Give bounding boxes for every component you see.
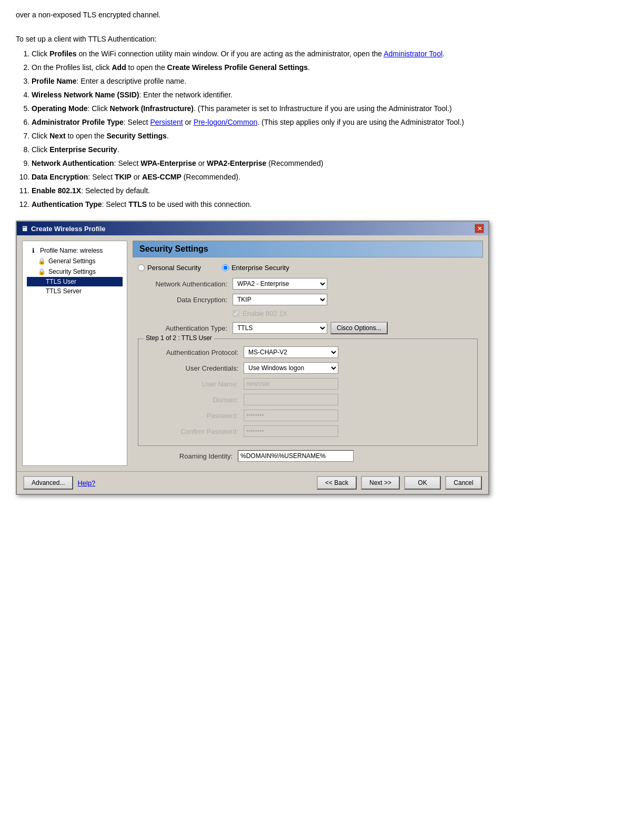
enable-8021x-label: Enable 802.1X — [243, 310, 287, 317]
user-credentials-control: Use Windows logon Prompt each time Use f… — [244, 362, 338, 374]
domain-control — [244, 394, 338, 405]
auth-type-select[interactable]: TTLS PEAP TLS LEAP — [233, 322, 327, 334]
step-5: Operating Mode: Click Network (Infrastru… — [32, 103, 628, 114]
network-auth-row: Network Authentication: WPA2 - Enterpris… — [133, 278, 483, 290]
right-panel: Security Settings Personal Security Ente… — [133, 241, 483, 466]
password-label: Password: — [149, 412, 244, 420]
personal-security-option[interactable]: Personal Security — [138, 264, 201, 272]
data-encryption-row: Data Encryption: TKIP AES-CCMP — [133, 294, 483, 305]
nav-ttls-user-label: TTLS User — [46, 278, 76, 285]
username-input[interactable] — [244, 378, 338, 390]
dialog-titlebar: 🖥 Create Wireless Profile ✕ — [17, 222, 488, 235]
step-group-content: Authentication Protocol: MS-CHAP-V2 CHAP… — [144, 346, 472, 437]
setup-title: To set up a client with TTLS Authenticat… — [16, 35, 628, 43]
domain-input[interactable] — [244, 394, 338, 405]
next-button[interactable]: Next >> — [361, 476, 400, 490]
roaming-identity-control — [238, 450, 354, 462]
nav-item-profile-name[interactable]: ℹ Profile Name: wireless — [27, 245, 123, 256]
nav-ttls-server-label: TTLS Server — [46, 287, 82, 295]
ok-button[interactable]: OK — [404, 476, 441, 490]
pre-logon-link[interactable]: Pre-logon/Common — [194, 118, 257, 126]
nav-item-ttls-user[interactable]: TTLS User — [27, 277, 123, 286]
cancel-button[interactable]: Cancel — [445, 476, 482, 490]
enterprise-security-label: Enterprise Security — [232, 264, 289, 272]
administrator-tool-link[interactable]: Administrator Tool — [384, 49, 442, 58]
roaming-identity-label: Roaming Identity: — [143, 452, 238, 460]
dialog-titlebar-left: 🖥 Create Wireless Profile — [21, 225, 106, 233]
advanced-button[interactable]: Advanced... — [23, 476, 73, 490]
profile-icon: ℹ — [29, 246, 37, 255]
nav-security-settings-label: Security Settings — [48, 268, 96, 275]
step-11: Enable 802.1X: Selected by default. — [32, 185, 628, 196]
lock-icon-general: 🔒 — [37, 257, 46, 265]
dialog-close-button[interactable]: ✕ — [475, 224, 484, 233]
network-auth-control: WPA2 - Enterprise WPA - Enterprise — [233, 278, 327, 290]
auth-type-row: Authentication Type: TTLS PEAP TLS LEAP … — [133, 322, 483, 334]
confirm-password-row: Confirm Password: — [144, 425, 472, 437]
help-link[interactable]: Help? — [77, 479, 95, 487]
password-row: Password: — [144, 410, 472, 421]
nav-profile-name-label: Profile Name: wireless — [40, 247, 103, 254]
password-input[interactable] — [244, 410, 338, 421]
roaming-identity-row: Roaming Identity: — [138, 450, 478, 462]
dialog-title-icon: 🖥 — [21, 225, 28, 233]
create-wireless-profile-dialog: 🖥 Create Wireless Profile ✕ ℹ Profile Na… — [16, 221, 489, 495]
steps-list: Click Profiles on the WiFi connection ut… — [32, 48, 628, 210]
security-type-row: Personal Security Enterprise Security — [133, 264, 483, 272]
nav-general-settings-label: General Settings — [48, 257, 95, 265]
auth-protocol-label: Authentication Protocol: — [149, 349, 244, 356]
username-label: User Name: — [149, 380, 244, 388]
step-7: Click Next to open the Security Settings… — [32, 131, 628, 142]
confirm-password-label: Confirm Password: — [149, 428, 244, 435]
left-nav-panel: ℹ Profile Name: wireless 🔒 General Setti… — [22, 241, 127, 466]
user-credentials-row: User Credentials: Use Windows logon Prom… — [144, 362, 472, 374]
confirm-password-control — [244, 425, 338, 437]
auth-protocol-row: Authentication Protocol: MS-CHAP-V2 CHAP… — [144, 346, 472, 358]
cisco-options-button[interactable]: Cisco Options... — [330, 322, 388, 334]
step-10: Data Encryption: Select TKIP or AES-CCMP… — [32, 172, 628, 183]
data-encryption-label: Data Encryption: — [138, 296, 233, 304]
enable-8021x-checkbox[interactable] — [233, 310, 239, 317]
dialog-title-text: Create Wireless Profile — [31, 225, 106, 233]
network-auth-select[interactable]: WPA2 - Enterprise WPA - Enterprise — [233, 278, 327, 290]
network-auth-label: Network Authentication: — [138, 280, 233, 288]
auth-protocol-control: MS-CHAP-V2 CHAP PAP MD5 — [244, 346, 338, 358]
lock-icon-security: 🔒 — [37, 267, 46, 276]
nav-item-ttls-server[interactable]: TTLS Server — [27, 286, 123, 296]
domain-row: Domain: — [144, 394, 472, 405]
user-credentials-select[interactable]: Use Windows logon Prompt each time Use f… — [244, 362, 338, 374]
dialog-footer: Advanced... Help? << Back Next >> OK Can… — [17, 471, 488, 494]
enable-8021x-row: Enable 802.1X — [133, 310, 483, 317]
auth-type-label: Authentication Type: — [138, 324, 233, 332]
security-settings-title: Security Settings — [133, 241, 483, 257]
dialog-body: ℹ Profile Name: wireless 🔒 General Setti… — [17, 235, 488, 471]
nav-item-general-settings[interactable]: 🔒 General Settings — [27, 256, 123, 266]
step-9: Network Authentication: Select WPA-Enter… — [32, 158, 628, 169]
step-1: Click Profiles on the WiFi connection ut… — [32, 48, 628, 59]
step-6: Administrator Profile Type: Select Persi… — [32, 117, 628, 128]
user-credentials-label: User Credentials: — [149, 364, 244, 372]
step-4: Wireless Network Name (SSID): Enter the … — [32, 90, 628, 101]
enterprise-security-option[interactable]: Enterprise Security — [222, 264, 289, 272]
roaming-identity-input[interactable] — [238, 450, 354, 462]
username-row: User Name: — [144, 378, 472, 390]
intro-line1: over a non-exposed TLS encrypted channel… — [16, 11, 628, 19]
back-button[interactable]: << Back — [317, 476, 357, 490]
step-12: Authentication Type: Select TTLS to be u… — [32, 199, 628, 210]
personal-security-radio[interactable] — [138, 264, 145, 271]
personal-security-label: Personal Security — [147, 264, 201, 272]
domain-label: Domain: — [149, 396, 244, 404]
auth-protocol-select[interactable]: MS-CHAP-V2 CHAP PAP MD5 — [244, 346, 338, 358]
nav-item-security-settings[interactable]: 🔒 Security Settings — [27, 266, 123, 277]
step-group-title: Step 1 of 2 : TTLS User — [144, 334, 214, 342]
confirm-password-input[interactable] — [244, 425, 338, 437]
step-8: Click Enterprise Security. — [32, 144, 628, 155]
auth-type-control: TTLS PEAP TLS LEAP Cisco Options... — [233, 322, 388, 334]
enterprise-security-radio[interactable] — [222, 264, 229, 271]
step-group: Step 1 of 2 : TTLS User Authentication P… — [138, 339, 478, 446]
persistent-link[interactable]: Persistent — [150, 118, 183, 126]
data-encryption-select[interactable]: TKIP AES-CCMP — [233, 294, 327, 305]
step-3: Profile Name: Enter a descriptive profil… — [32, 76, 628, 87]
data-encryption-control: TKIP AES-CCMP — [233, 294, 327, 305]
password-control — [244, 410, 338, 421]
